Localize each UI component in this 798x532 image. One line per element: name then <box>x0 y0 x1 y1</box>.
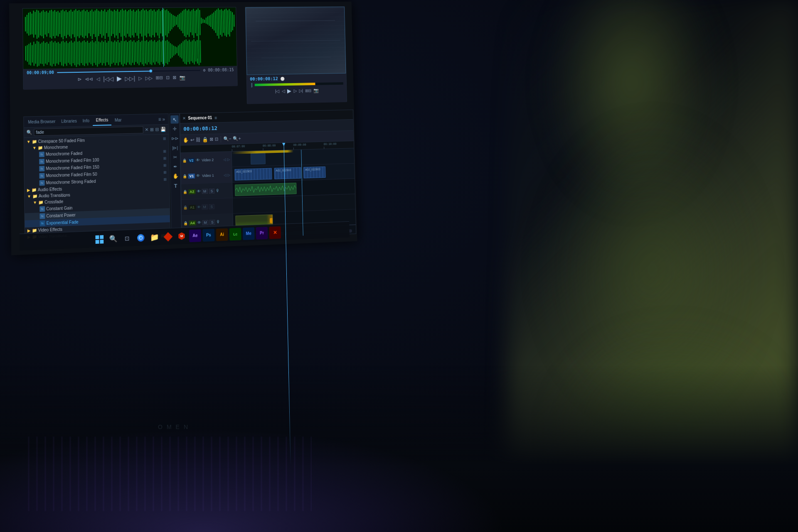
a4-solo[interactable]: S <box>209 220 215 225</box>
step-back-btn[interactable]: ◁ <box>96 76 100 82</box>
camera-btn[interactable]: 📷 <box>179 74 185 80</box>
tool-text[interactable]: T <box>172 181 180 190</box>
loop-btn[interactable]: ⊞⊟ <box>155 75 163 81</box>
tab-media-browser[interactable]: Media Browser <box>25 116 58 127</box>
me-btn[interactable]: Me <box>243 227 255 240</box>
track-header-v2: 🔒 V2 👁 Video 2 ◁ ▷ <box>181 152 232 168</box>
svg-rect-207 <box>146 40 148 65</box>
tl-tool2[interactable]: ↩ <box>190 137 195 143</box>
a4-lock[interactable]: 🔒 <box>183 221 188 225</box>
tool-pen[interactable]: ✒ <box>171 162 179 171</box>
mark-in-btn[interactable]: ⊳ <box>78 76 82 82</box>
prog-go-start[interactable]: |◁ <box>275 88 279 94</box>
ae-btn[interactable]: Ae <box>189 229 201 242</box>
source-playhead-dot[interactable] <box>149 69 152 72</box>
tab-libraries[interactable]: Libraries <box>59 116 79 127</box>
a2-mic[interactable]: 🎙 <box>216 189 220 193</box>
tl-zoom-in[interactable]: 🔍+ <box>233 136 241 141</box>
clip-v1-2[interactable]: A02_022903 <box>274 167 301 179</box>
close-btn[interactable]: ✕ <box>182 116 186 120</box>
prog-step-fwd[interactable]: ▷ <box>293 88 297 93</box>
svg-rect-52 <box>109 9 111 40</box>
v1-settings[interactable]: ◁ ▷ <box>224 173 230 177</box>
search-clear-btn[interactable]: ✕ <box>145 127 148 132</box>
tl-tool5[interactable]: ⊠ <box>209 137 213 142</box>
windows-btn[interactable] <box>94 233 106 245</box>
seq-menu-icon[interactable]: ≡ <box>214 115 217 120</box>
v2-settings[interactable]: ◁ ▷ <box>224 157 230 161</box>
prog-camera[interactable]: 📷 <box>313 88 319 93</box>
a1-mute[interactable]: M <box>202 204 208 209</box>
svg-rect-110 <box>201 18 202 24</box>
v1-lock[interactable]: 🔒 <box>182 174 187 178</box>
tl-tool3[interactable]: ⛓ <box>196 137 201 142</box>
svg-rect-153 <box>59 44 60 62</box>
overwrite-btn[interactable]: ⊠ <box>172 75 176 80</box>
v2-lock[interactable]: 🔒 <box>182 158 187 162</box>
tl-tool1[interactable]: ✋ <box>183 137 189 143</box>
tl-zoom-out[interactable]: 🔍− <box>223 136 231 142</box>
browser-btn[interactable] <box>135 231 147 244</box>
tab-mar[interactable]: Mar <box>112 115 124 125</box>
clip-v1-3[interactable]: A02_022903 <box>303 167 325 179</box>
tool-razor[interactable]: ✂ <box>171 153 179 161</box>
prev-frame-btn[interactable]: ⊲⊲ <box>85 76 94 82</box>
ai-btn[interactable]: Ai <box>216 228 228 241</box>
search-input[interactable] <box>34 126 143 136</box>
insert-btn[interactable]: ⊡ <box>166 75 170 81</box>
tool-track-select[interactable]: ⊳⊳ <box>171 134 179 142</box>
step-fwd-btn[interactable]: ▷ <box>138 75 142 81</box>
v1-eye[interactable]: 👁 <box>196 173 200 178</box>
task-view-btn[interactable]: ⊡ <box>121 232 133 245</box>
a2-lock[interactable]: 🔒 <box>183 190 187 194</box>
tool-ripple[interactable]: |⊳| <box>171 144 179 152</box>
tl-tool4[interactable]: 🔒 <box>202 137 208 142</box>
svg-rect-210 <box>151 40 152 65</box>
svg-rect-198 <box>132 42 133 63</box>
play-button[interactable]: ▶ <box>117 74 122 82</box>
svg-rect-234 <box>189 40 190 64</box>
search-options-btn[interactable]: ⊞ <box>150 127 154 132</box>
pr-btn[interactable]: Pr <box>256 227 268 240</box>
clip-v1-1[interactable]: A02_022903 <box>235 168 272 181</box>
tab-menu-btn[interactable]: ≡ » <box>157 116 167 122</box>
prog-play[interactable]: ▶ <box>287 88 291 94</box>
tool-hand[interactable]: ✋ <box>172 172 180 180</box>
a1-solo[interactable]: S <box>209 204 214 209</box>
search-btn[interactable]: 🔍 <box>107 232 120 245</box>
shield-btn[interactable]: M <box>175 230 187 243</box>
svg-rect-228 <box>180 44 180 57</box>
lc-btn[interactable]: Lc <box>229 228 241 240</box>
audio-clip-a2[interactable] <box>235 183 297 196</box>
svg-rect-121 <box>218 8 219 39</box>
a4-mute[interactable]: M <box>202 220 209 225</box>
diamond-icon-btn[interactable] <box>162 230 174 243</box>
ps-btn[interactable]: Ps <box>202 228 214 241</box>
next-frame-btn[interactable]: ▷▷ <box>145 75 152 81</box>
effects-save-btn[interactable]: 💾 <box>160 127 166 132</box>
a2-solo[interactable]: S <box>209 188 214 193</box>
app-icon-btn[interactable]: ✕ <box>269 226 281 239</box>
effect-icon-mono4: fx <box>39 173 44 179</box>
a2-eye[interactable]: 👁 <box>197 189 201 194</box>
go-end-btn[interactable]: ▷▷| <box>125 75 135 81</box>
a4-eye[interactable]: 👁 <box>197 220 201 225</box>
prog-step-back[interactable]: ◁ <box>281 88 285 94</box>
go-start-btn[interactable]: |◁◁ <box>103 75 113 82</box>
tab-info[interactable]: Info <box>80 115 92 126</box>
a2-mute[interactable]: M <box>202 189 208 194</box>
a4-mic[interactable]: 🎙 <box>216 220 220 224</box>
tool-move[interactable]: ✛ <box>171 125 179 133</box>
search-filter-btn[interactable]: ⊟ <box>155 127 159 132</box>
svg-rect-59 <box>121 10 122 37</box>
tab-effects[interactable]: Effects <box>93 115 112 126</box>
prog-go-end[interactable]: ▷| <box>299 88 303 93</box>
tl-tool6[interactable]: ⊡ <box>215 137 219 142</box>
v2-eye[interactable]: 👁 <box>196 158 200 162</box>
a1-eye[interactable]: 👁 <box>197 205 201 209</box>
svg-rect-137 <box>33 42 34 66</box>
folder-btn[interactable]: 📁 <box>148 230 160 243</box>
prog-loop[interactable]: ⊞⊟ <box>305 88 311 93</box>
a1-lock[interactable]: 🔒 <box>183 205 188 209</box>
tool-arrow[interactable]: ↖ <box>170 115 178 124</box>
